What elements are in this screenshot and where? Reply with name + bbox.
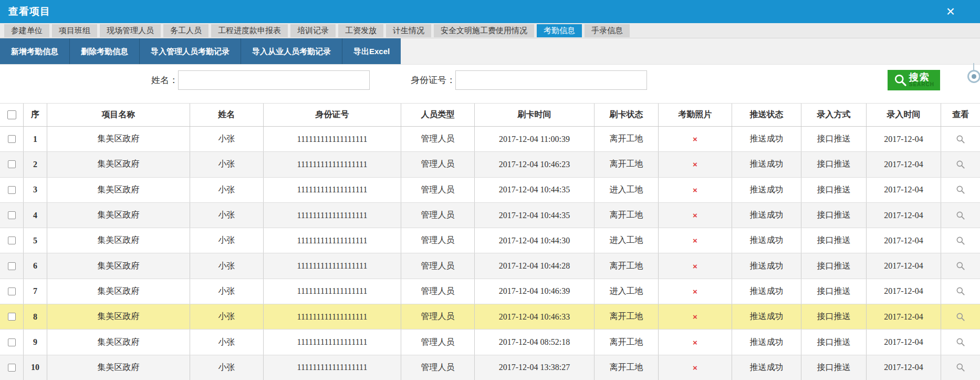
tab-4[interactable]: 务工人员 [163, 24, 208, 37]
search-button-sublabel: SEARCH [909, 82, 934, 87]
cell-name: 小张 [190, 127, 264, 151]
tab-5[interactable]: 工程进度款申报表 [211, 24, 288, 37]
cell-project: 集美区政府 [47, 203, 190, 228]
cell-photo: × [659, 152, 732, 177]
table-row: 2集美区政府小张111111111111111111管理人员2017-12-04… [0, 152, 980, 177]
cell-id_no: 111111111111111111 [264, 152, 401, 177]
row-view-cell [941, 253, 980, 278]
cell-swipe_status: 进入工地 [595, 279, 659, 304]
row-checkbox[interactable] [8, 364, 16, 372]
tab-3[interactable]: 现场管理人员 [100, 24, 161, 37]
cell-swipe_status: 进入工地 [595, 228, 659, 253]
view-magnifier-icon[interactable] [955, 362, 966, 373]
view-magnifier-icon[interactable] [955, 210, 966, 221]
cell-photo: × [659, 330, 732, 354]
cell-entry_time: 2017-12-04 [867, 355, 941, 380]
table-row: 6集美区政府小张111111111111111111管理人员2017-12-04… [0, 253, 980, 279]
row-checkbox-cell [0, 330, 24, 354]
cell-type: 管理人员 [401, 228, 475, 253]
row-checkbox-cell [0, 178, 24, 202]
toolbar-button-4[interactable]: 导入从业人员考勤记录 [241, 38, 342, 64]
row-checkbox-cell [0, 228, 24, 253]
row-checkbox[interactable] [8, 262, 16, 270]
cell-type: 管理人员 [401, 253, 475, 278]
view-magnifier-icon[interactable] [955, 134, 966, 145]
cell-swipe_status: 离开工地 [595, 203, 659, 228]
header-cell-8: 考勤照片 [659, 104, 732, 126]
cell-project: 集美区政府 [47, 178, 190, 202]
cell-swipe_status: 离开工地 [595, 304, 659, 329]
cell-push_status: 推送成功 [732, 253, 801, 278]
cell-entry_time: 2017-12-04 [867, 178, 941, 202]
table-row: 10集美区政府小张111111111111111111管理人员2017-12-0… [0, 355, 980, 380]
cell-swipe_status: 离开工地 [595, 127, 659, 151]
tab-9[interactable]: 安全文明施工费使用情况 [434, 24, 534, 37]
table-header-row: 序项目名称姓名身份证号人员类型刷卡时间刷卡状态考勤照片推送状态录入方式录入时间查… [0, 104, 980, 127]
tab-8[interactable]: 计生情况 [386, 24, 431, 37]
header-cell-3: 姓名 [190, 104, 264, 126]
header-cell-1: 序 [24, 104, 47, 126]
row-checkbox-cell [0, 127, 24, 151]
id-search-group: 身份证号： [411, 70, 647, 90]
cell-photo: × [659, 355, 732, 380]
cell-push_status: 推送成功 [732, 355, 801, 380]
row-view-cell [941, 228, 980, 253]
cell-type: 管理人员 [401, 330, 475, 354]
action-toolbar: 新增考勤信息删除考勤信息导入管理人员考勤记录导入从业人员考勤记录导出Excel [0, 38, 980, 65]
cell-swipe_status: 进入工地 [595, 178, 659, 202]
cell-push_status: 推送成功 [732, 152, 801, 177]
cell-num: 5 [24, 228, 47, 253]
view-magnifier-icon[interactable] [955, 286, 966, 296]
toolbar-button-1[interactable]: 新增考勤信息 [0, 38, 69, 64]
tab-11[interactable]: 手录信息 [585, 24, 630, 37]
cell-photo: × [659, 279, 732, 304]
view-magnifier-icon[interactable] [955, 184, 966, 195]
cell-entry_method: 接口推送 [801, 127, 867, 151]
tab-2[interactable]: 项目班组 [52, 24, 97, 37]
cell-type: 管理人员 [401, 355, 475, 380]
name-field-label: 姓名： [151, 74, 178, 86]
name-search-input[interactable] [178, 70, 370, 90]
cell-entry_method: 接口推送 [801, 330, 867, 354]
cell-name: 小张 [190, 228, 264, 253]
row-checkbox[interactable] [8, 338, 16, 346]
tab-6[interactable]: 培训记录 [290, 24, 336, 37]
photo-missing-icon: × [693, 287, 697, 296]
row-checkbox[interactable] [8, 237, 16, 244]
photo-missing-icon: × [693, 262, 697, 271]
tab-7[interactable]: 工资发放 [338, 24, 383, 37]
tab-10[interactable]: 考勤信息 [537, 24, 582, 37]
view-magnifier-icon[interactable] [955, 261, 966, 271]
cell-entry_method: 接口推送 [801, 152, 867, 177]
toolbar-button-2[interactable]: 删除考勤信息 [69, 38, 139, 64]
cell-num: 8 [24, 304, 47, 329]
search-button[interactable]: 搜索 SEARCH [888, 70, 940, 90]
cell-push_status: 推送成功 [732, 127, 801, 151]
photo-missing-icon: × [693, 363, 697, 372]
view-magnifier-icon[interactable] [955, 159, 966, 170]
view-magnifier-icon[interactable] [955, 312, 966, 322]
row-checkbox[interactable] [8, 313, 16, 321]
id-search-input[interactable] [455, 70, 647, 90]
photo-missing-icon: × [693, 338, 697, 347]
row-view-cell [941, 304, 980, 329]
toolbar-button-5[interactable]: 导出Excel [342, 38, 401, 64]
select-all-checkbox[interactable] [7, 110, 16, 119]
close-icon[interactable]: × [946, 4, 955, 19]
view-magnifier-icon[interactable] [955, 337, 966, 347]
row-checkbox[interactable] [8, 160, 16, 168]
cell-num: 7 [24, 279, 47, 304]
row-checkbox[interactable] [8, 186, 16, 194]
row-checkbox-cell [0, 355, 24, 380]
cell-entry_method: 接口推送 [801, 253, 867, 278]
row-checkbox[interactable] [8, 135, 16, 143]
row-checkbox[interactable] [8, 287, 16, 295]
row-checkbox[interactable] [8, 211, 16, 219]
cell-push_status: 推送成功 [732, 304, 801, 329]
view-magnifier-icon[interactable] [955, 235, 966, 246]
photo-missing-icon: × [693, 211, 697, 220]
toolbar-button-3[interactable]: 导入管理人员考勤记录 [139, 38, 241, 64]
row-checkbox-cell [0, 253, 24, 278]
tab-1[interactable]: 参建单位 [4, 24, 49, 37]
cell-swipe_time: 2017-12-04 10:46:33 [475, 304, 595, 329]
